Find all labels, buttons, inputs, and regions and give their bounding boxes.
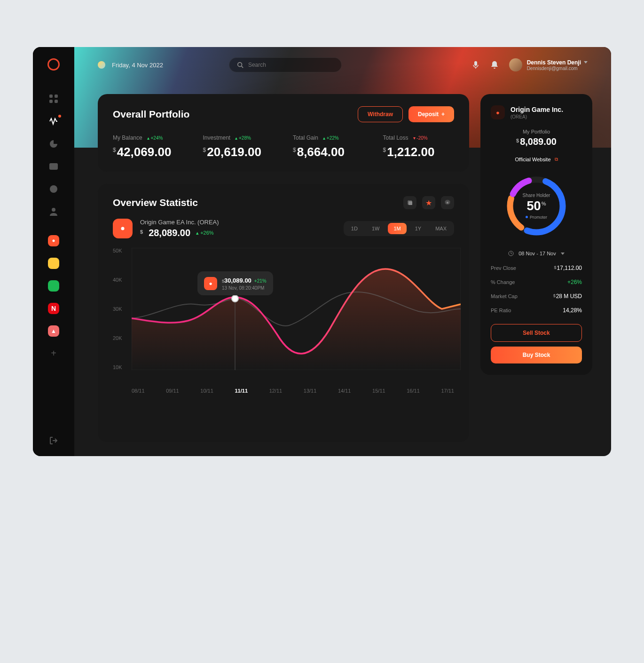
my-portfolio-label: My Portfolio [491,129,582,134]
top-icons: Dennis Steven Denji Dennisdenji@gmail.co… [453,58,588,71]
nav-dashboard-icon[interactable] [49,94,58,103]
metric-value: 42,069.00 [117,145,172,159]
range-tab-1m[interactable]: 1M [388,223,406,234]
company-name: Origin Game Inc. [510,106,563,113]
metric-value: 1,212.00 [387,145,434,159]
donut-value: 50 [527,199,541,213]
chart-svg[interactable] [132,248,461,370]
gear-icon[interactable] [441,196,454,209]
donut-label: Share Holder [523,193,550,198]
metric: Total Gain▴ +22%$8,664.00 [293,134,364,159]
x-tick: 15/11 [372,388,385,394]
metric-value: 20,619.00 [207,145,261,159]
watchlist-asana-icon[interactable]: ▲ [48,325,59,337]
theme-toggle-icon[interactable] [453,61,461,69]
copy-icon[interactable] [403,196,416,209]
date-text: Friday, 4 Nov 2022 [112,62,163,69]
chart-area: 50K40K30K20K10K [113,248,454,394]
mic-icon[interactable] [471,61,480,69]
range-tab-1y[interactable]: 1Y [409,223,427,234]
user-name-text: Dennis Steven Denji [527,59,581,66]
company-logo-icon: ● [491,105,505,119]
range-tab-1w[interactable]: 1W [366,223,385,234]
stock-change-value: +26% [200,230,213,236]
chevron-down-icon [584,61,588,63]
svg-point-12 [121,227,125,230]
x-tick: 11/11 [235,388,248,394]
left-column: Overall Portfolio Withdraw Deposit+ My B… [98,94,469,442]
portfolio-card: Overall Portfolio Withdraw Deposit+ My B… [98,94,469,172]
withdraw-button[interactable]: Withdraw [358,106,403,122]
metric: Total Loss▾ -20%$1,212.00 [383,134,455,159]
plus-icon: + [441,111,445,118]
logo-icon[interactable] [47,58,60,71]
stat-row: % Change+26% [491,279,582,285]
nav-activity-icon[interactable] [49,117,58,126]
range-tabs: 1D1W1M1YMAX [344,221,454,236]
svg-rect-9 [474,61,477,66]
search-box[interactable] [229,57,342,72]
svg-rect-4 [49,163,58,170]
company-ticker: (OREA) [510,114,563,119]
svg-point-8 [238,63,242,67]
svg-point-7 [53,240,55,242]
x-tick: 12/11 [269,388,283,394]
stat-label: PE Ratio [491,308,511,313]
stat-label: Market Cap [491,293,518,299]
portfolio-title: Overall Portfolio [113,109,189,120]
x-tick: 16/11 [407,388,420,394]
x-tick: 08/11 [132,388,145,394]
shareholder-donut: Share Holder 50% Promoter [501,171,572,241]
app-window: N ▲ + Friday, 4 Nov 2022 [33,47,611,456]
logout-icon[interactable] [49,436,58,445]
legend-dot-icon [526,216,528,218]
y-tick: 20K [113,335,122,341]
nav-profile-icon[interactable] [49,207,58,216]
watchlist-add-icon[interactable]: + [51,348,56,359]
deposit-label: Deposit [418,111,439,118]
official-website-link[interactable]: Official Website ⧉ [491,157,582,162]
date-range-picker[interactable]: 08 Nov - 17 Nov [491,251,582,256]
nav-wallet-icon[interactable] [49,162,58,171]
watchlist-bee-icon[interactable] [48,258,59,269]
x-tick: 17/11 [441,388,454,394]
deposit-button[interactable]: Deposit+ [408,106,454,122]
y-tick: 10K [113,364,122,370]
my-portfolio-value: 8,089.00 [520,136,557,147]
watchlist-netflix-icon[interactable]: N [48,303,59,314]
watchlist-origin-icon[interactable] [48,235,59,246]
chart-tooltip: ● $30,089.00+21% 13 Nov, 08:20:40PM [197,271,273,295]
nav-analytics-icon[interactable] [49,139,58,149]
range-tab-max[interactable]: MAX [430,223,452,234]
y-tick: 40K [113,277,122,283]
detail-card: ● Origin Game Inc. (OREA) My Portfolio $… [480,94,592,375]
bell-icon[interactable] [490,61,499,69]
buy-stock-button[interactable]: Buy Stock [491,347,582,363]
overview-card: Overview Statistic ★ Origin Game EA Inc.… [98,184,469,442]
search-input[interactable] [248,62,334,68]
x-tick: 10/11 [200,388,213,394]
sell-stock-button[interactable]: Sell Stock [491,324,582,342]
star-icon[interactable]: ★ [422,196,435,209]
currency-symbol: $ [140,229,143,235]
metric-change: ▴ +28% [235,135,251,141]
metric-change: ▴ +22% [323,135,339,141]
avatar [509,58,522,71]
stat-label: Prev Close [491,265,516,271]
external-link-icon: ⧉ [555,157,558,162]
stat-row: Market Cap$28 M USD [491,293,582,300]
stat-value: $28 M USD [553,293,582,300]
website-label: Official Website [515,157,550,162]
stats-list: Prev Close$17,112.00% Change+26%Market C… [491,265,582,314]
topbar: Friday, 4 Nov 2022 Dennis Steven Denji D… [74,47,611,83]
watchlist-spotify-icon[interactable] [48,280,59,292]
x-tick: 14/11 [338,388,351,394]
user-menu[interactable]: Dennis Steven Denji Dennisdenji@gmail.co… [509,58,588,71]
metric-label: Total Gain [293,134,318,141]
nav-messages-icon[interactable] [49,184,58,194]
stat-label: % Change [491,279,515,285]
svg-rect-2 [49,100,53,103]
range-tab-1d[interactable]: 1D [346,223,363,234]
metric-label: Total Loss [383,134,408,141]
x-axis: 08/1109/1110/1111/1112/1113/1114/1115/11… [132,388,454,394]
